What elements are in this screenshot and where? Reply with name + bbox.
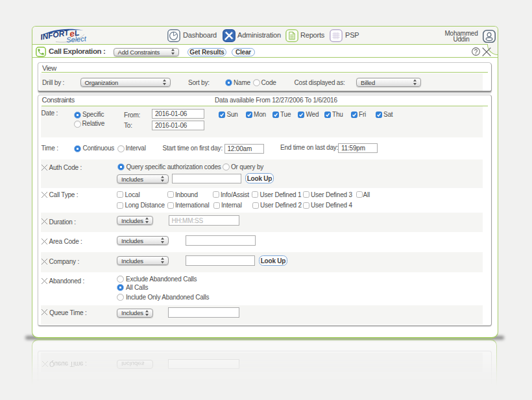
svg-text:Select: Select [66,34,87,43]
